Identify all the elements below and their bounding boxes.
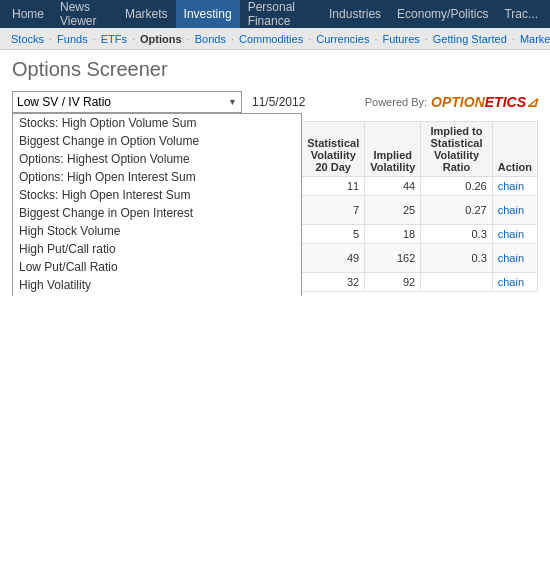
dropdown-item-8[interactable]: Low Put/Call Ratio [13,258,301,276]
nav-trac[interactable]: Trac... [496,0,546,28]
row-sv20: 5 [302,225,365,244]
dropdown-item-1[interactable]: Biggest Change in Option Volume [13,132,301,150]
row-iv: 162 [365,244,421,273]
row-action[interactable]: chain [492,225,537,244]
subnav-etfs[interactable]: ETFs [96,33,132,45]
dropdown-item-3[interactable]: Options: High Open Interest Sum [13,168,301,186]
powered-by: Powered By: OPTIONETICS⊿ [365,94,538,110]
row-iv: 25 [365,196,421,225]
subnav-stocks[interactable]: Stocks [6,33,49,45]
subnav-marketwatch[interactable]: MarketWatc... [515,33,550,45]
row-ratio [421,273,493,292]
nav-news-viewer[interactable]: News Viewer [52,0,117,28]
row-iv: 92 [365,273,421,292]
powered-by-label: Powered By: [365,96,427,108]
sub-navigation: Stocks · Funds · ETFs · Options · Bonds … [0,28,550,50]
subnav-getting-started[interactable]: Getting Started [428,33,512,45]
subnav-currencies[interactable]: Currencies [311,33,374,45]
subnav-options[interactable]: Options [135,33,187,45]
row-sv20: 49 [302,244,365,273]
col-header-action: Action [492,122,537,177]
row-action[interactable]: chain [492,177,537,196]
subnav-commodities[interactable]: Commodities [234,33,308,45]
dropdown-item-5[interactable]: Biggest Change in Open Interest [13,204,301,222]
top-navigation: Home News Viewer Markets Investing Perso… [0,0,550,28]
row-iv: 44 [365,177,421,196]
row-sv20: 11 [302,177,365,196]
nav-personal-finance[interactable]: Personal Finance [240,0,321,28]
row-action[interactable]: chain [492,273,537,292]
row-ratio: 0.26 [421,177,493,196]
nav-economy-politics[interactable]: Economy/Politics [389,0,496,28]
dropdown-item-10[interactable]: Low Volatility [13,294,301,296]
col-header-ratio: Implied toStatisticalVolatility Ratio [421,122,493,177]
page-title: Options Screener [0,50,550,87]
row-ratio: 0.3 [421,225,493,244]
col-header-sv20: StatisticalVolatility20 Day [302,122,365,177]
row-action[interactable]: chain [492,244,537,273]
controls-row: Low SV / IV Ratio Stocks: High Option Vo… [12,91,538,113]
main-content: Low SV / IV Ratio Stocks: High Option Vo… [0,87,550,296]
screener-dropdown-list[interactable]: Stocks: High Option Volume Sum Biggest C… [12,113,302,296]
optionetics-logo: OPTIONETICS⊿ [431,94,538,110]
date-label: 11/5/2012 [252,95,305,109]
screener-dropdown-value: Low SV / IV Ratio [17,95,111,109]
dropdown-item-6[interactable]: High Stock Volume [13,222,301,240]
nav-investing[interactable]: Investing [176,0,240,28]
subnav-funds[interactable]: Funds [52,33,93,45]
dropdown-item-2[interactable]: Options: Highest Option Volume [13,150,301,168]
subnav-bonds[interactable]: Bonds [190,33,231,45]
dropdown-item-0[interactable]: Stocks: High Option Volume Sum [13,114,301,132]
dropdown-item-7[interactable]: High Put/Call ratio [13,240,301,258]
row-sv20: 32 [302,273,365,292]
nav-home[interactable]: Home [4,0,52,28]
col-header-iv: ImpliedVolatility [365,122,421,177]
row-iv: 18 [365,225,421,244]
row-sv20: 7 [302,196,365,225]
row-ratio: 0.3 [421,244,493,273]
nav-markets[interactable]: Markets [117,0,176,28]
screener-dropdown-container: Low SV / IV Ratio Stocks: High Option Vo… [12,91,242,113]
screener-dropdown[interactable]: Low SV / IV Ratio [12,91,242,113]
dropdown-item-4[interactable]: Stocks: High Open Interest Sum [13,186,301,204]
row-ratio: 0.27 [421,196,493,225]
row-action[interactable]: chain [492,196,537,225]
dropdown-item-9[interactable]: High Volatility [13,276,301,294]
subnav-futures[interactable]: Futures [377,33,424,45]
nav-industries[interactable]: Industries [321,0,389,28]
